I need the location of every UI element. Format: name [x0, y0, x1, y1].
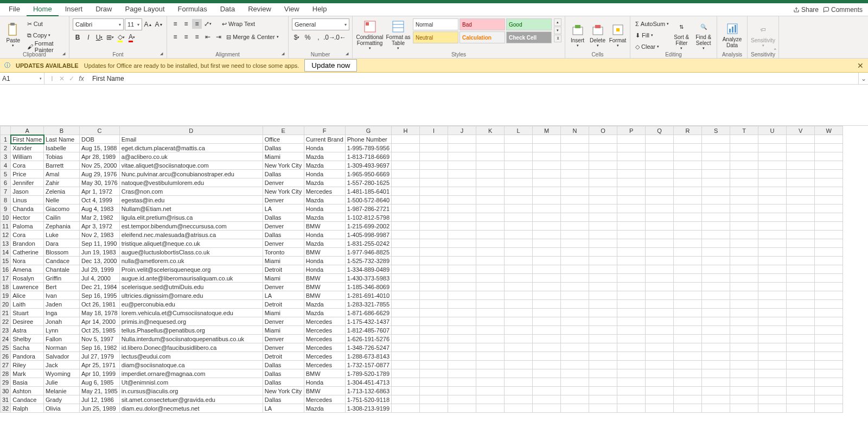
cell[interactable] — [505, 361, 533, 369]
cell[interactable] — [730, 326, 758, 335]
cell[interactable] — [476, 274, 505, 283]
gallery-up-button[interactable]: ▴ — [554, 18, 561, 26]
cell[interactable]: egestas@in.edu — [119, 196, 263, 204]
cell[interactable] — [674, 369, 702, 378]
italic-button[interactable]: I — [84, 33, 93, 42]
cell[interactable] — [533, 161, 561, 170]
cell[interactable] — [392, 352, 420, 361]
row-header[interactable]: 29 — [1, 378, 11, 387]
cell[interactable]: diam@sociisnatoque.ca — [119, 361, 263, 369]
cell[interactable] — [561, 352, 589, 361]
cell[interactable] — [589, 178, 617, 187]
row-header[interactable]: 6 — [1, 178, 11, 187]
cell[interactable]: Salvador — [44, 352, 80, 361]
cell[interactable] — [392, 161, 420, 170]
cell[interactable] — [730, 204, 758, 213]
cell[interactable] — [533, 265, 561, 274]
cell[interactable] — [787, 274, 815, 283]
cell[interactable] — [646, 204, 674, 213]
cell[interactable]: Mazda — [304, 213, 345, 222]
ribbon-tab-page-layout[interactable]: Page Layout — [119, 3, 171, 16]
cell[interactable]: eu@perconubia.edu — [119, 300, 263, 309]
cell[interactable] — [617, 274, 646, 283]
cell[interactable]: Dallas — [263, 378, 304, 387]
cell[interactable]: Nov 5, 1997 — [80, 335, 120, 343]
cell[interactable] — [448, 170, 476, 178]
cell[interactable] — [702, 300, 730, 309]
cell[interactable] — [561, 395, 589, 404]
cell[interactable]: Cora — [11, 161, 44, 170]
cell[interactable] — [392, 265, 420, 274]
cell[interactable] — [758, 404, 787, 413]
cell[interactable] — [730, 309, 758, 317]
cell[interactable]: Nora — [11, 257, 44, 265]
column-header-Q[interactable]: Q — [646, 126, 674, 135]
row-header[interactable]: 16 — [1, 265, 11, 274]
cell[interactable] — [787, 135, 815, 144]
cell[interactable]: 1-732-157-0877 — [345, 361, 391, 369]
cell[interactable] — [787, 387, 815, 395]
cell[interactable] — [702, 248, 730, 257]
ribbon-tab-data[interactable]: Data — [214, 3, 241, 16]
style-neutral[interactable]: Neutral — [413, 31, 458, 43]
cell[interactable] — [730, 343, 758, 352]
cell[interactable]: Mercedes — [304, 187, 345, 196]
merge-center-button[interactable]: ⊟Merge & Center▾ — [225, 31, 280, 42]
cell[interactable] — [758, 326, 787, 335]
row-header[interactable]: 20 — [1, 300, 11, 309]
cell[interactable] — [448, 213, 476, 222]
cell[interactable] — [730, 274, 758, 283]
cell[interactable] — [758, 352, 787, 361]
cell[interactable] — [448, 395, 476, 404]
cell[interactable] — [702, 352, 730, 361]
cell[interactable] — [815, 404, 843, 413]
cell[interactable] — [617, 352, 646, 361]
row-header[interactable]: 2 — [1, 144, 11, 152]
cell[interactable]: Riley — [11, 361, 44, 369]
cell[interactable] — [589, 222, 617, 231]
cell[interactable]: 1-215-699-2002 — [345, 222, 391, 231]
cell[interactable] — [702, 309, 730, 317]
cell[interactable] — [561, 213, 589, 222]
cell[interactable] — [730, 387, 758, 395]
cell[interactable]: in.cursus@iaculis.org — [119, 387, 263, 395]
cell[interactable] — [674, 378, 702, 387]
cell[interactable] — [589, 187, 617, 196]
cell[interactable] — [420, 395, 448, 404]
cell[interactable] — [617, 222, 646, 231]
cell[interactable] — [674, 178, 702, 187]
cell[interactable] — [589, 317, 617, 326]
cell[interactable] — [448, 222, 476, 231]
cell[interactable]: sit.amet.consectetuer@gravida.edu — [119, 395, 263, 404]
cell[interactable]: 1-500-572-8640 — [345, 196, 391, 204]
cell[interactable]: Jack — [44, 361, 80, 369]
row-header[interactable]: 31 — [1, 395, 11, 404]
cell[interactable] — [392, 204, 420, 213]
cell[interactable]: Apr 25, 1971 — [80, 361, 120, 369]
cell[interactable] — [815, 291, 843, 300]
cell[interactable] — [448, 152, 476, 161]
cell[interactable] — [589, 291, 617, 300]
analyze-data-button[interactable]: Analyze Data — [720, 18, 744, 52]
cell[interactable] — [420, 352, 448, 361]
align-center-button[interactable]: ≡ — [181, 32, 191, 42]
cell[interactable] — [448, 378, 476, 387]
cell[interactable] — [617, 343, 646, 352]
cell[interactable] — [448, 178, 476, 187]
cell[interactable] — [505, 144, 533, 152]
cell[interactable]: Dallas — [263, 231, 304, 239]
cell[interactable] — [730, 222, 758, 231]
cell[interactable] — [646, 343, 674, 352]
cell[interactable] — [561, 291, 589, 300]
cell[interactable]: Jun 19, 1983 — [80, 248, 120, 257]
cell[interactable] — [392, 300, 420, 309]
cell[interactable] — [533, 378, 561, 387]
cell-styles-gallery[interactable]: Normal Bad Good Neutral Calculation Chec… — [413, 18, 552, 43]
cell[interactable] — [787, 309, 815, 317]
increase-decimal-button[interactable]: .0→ — [324, 33, 334, 42]
cell[interactable]: BMW — [304, 283, 345, 291]
cell[interactable]: Melanie — [44, 387, 80, 395]
cell[interactable] — [533, 196, 561, 204]
cell[interactable]: Catherine — [11, 248, 44, 257]
column-header-U[interactable]: U — [758, 126, 787, 135]
